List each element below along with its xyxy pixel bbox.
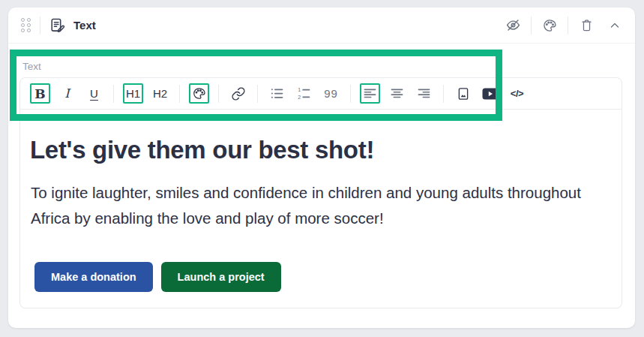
delete-button[interactable] xyxy=(577,17,595,35)
align-left-icon xyxy=(363,86,377,101)
make-donation-button[interactable]: Make a donation xyxy=(34,262,153,292)
code-view-button[interactable]: </> xyxy=(507,83,527,104)
toolbar-divider xyxy=(257,85,258,103)
toolbar-divider xyxy=(218,85,219,103)
bullet-list-icon xyxy=(269,86,285,101)
bullet-list-button[interactable] xyxy=(267,83,287,104)
svg-text:1: 1 xyxy=(298,87,301,92)
content-heading[interactable]: Let's give them our best shot! xyxy=(30,135,607,165)
chevron-up-icon xyxy=(608,19,622,32)
bold-button[interactable]: B xyxy=(30,83,50,104)
italic-button[interactable]: I xyxy=(57,83,77,104)
toolbar-divider xyxy=(443,85,444,103)
align-right-icon xyxy=(417,86,431,101)
text-widget-card: Text xyxy=(8,8,635,328)
formatting-toolbar: B I U H1 H2 xyxy=(19,77,622,110)
field-label: Text xyxy=(22,61,41,72)
toolbar-divider xyxy=(179,85,180,103)
palette-icon xyxy=(192,86,206,101)
align-left-button[interactable] xyxy=(360,83,380,104)
align-center-icon xyxy=(390,86,404,101)
widget-header: Text xyxy=(8,8,635,44)
trash-icon xyxy=(580,18,594,32)
blockquote-button[interactable]: 99 xyxy=(321,83,341,104)
image-button[interactable] xyxy=(453,83,473,104)
drag-handle-icon[interactable] xyxy=(21,18,31,32)
hide-button[interactable] xyxy=(504,17,522,35)
rich-text-editor: B I U H1 H2 xyxy=(19,77,622,308)
heading2-button[interactable]: H2 xyxy=(150,83,170,104)
svg-text:2: 2 xyxy=(298,95,301,100)
align-center-button[interactable] xyxy=(387,83,407,104)
content-paragraph[interactable]: To ignite laughter, smiles and confidenc… xyxy=(31,180,582,231)
header-divider xyxy=(40,17,40,35)
editor-content[interactable]: Let's give them our best shot! To ignite… xyxy=(19,110,622,308)
design-button[interactable] xyxy=(541,17,559,35)
text-color-button[interactable] xyxy=(189,83,209,104)
ordered-list-button[interactable]: 1 2 xyxy=(294,83,314,104)
text-block-icon xyxy=(49,17,66,34)
actions-divider xyxy=(531,17,532,35)
link-icon xyxy=(231,86,246,101)
ordered-list-icon: 1 2 xyxy=(296,86,312,101)
actions-divider xyxy=(568,17,568,35)
link-button[interactable] xyxy=(228,83,248,104)
align-right-button[interactable] xyxy=(414,83,434,104)
underline-button[interactable]: U xyxy=(84,83,104,104)
heading1-button[interactable]: H1 xyxy=(123,83,143,104)
palette-icon xyxy=(542,18,557,33)
launch-project-button[interactable]: Launch a project xyxy=(161,262,281,292)
toolbar-divider xyxy=(350,85,351,103)
youtube-button[interactable] xyxy=(480,83,500,104)
widget-title: Text xyxy=(73,19,96,32)
image-file-icon xyxy=(457,87,470,101)
toolbar-divider xyxy=(113,85,114,103)
widget-actions xyxy=(504,17,624,35)
collapse-button[interactable] xyxy=(606,17,624,35)
eye-off-icon xyxy=(505,17,521,33)
youtube-icon xyxy=(482,88,499,100)
cta-row: Make a donation Launch a project xyxy=(34,262,607,292)
